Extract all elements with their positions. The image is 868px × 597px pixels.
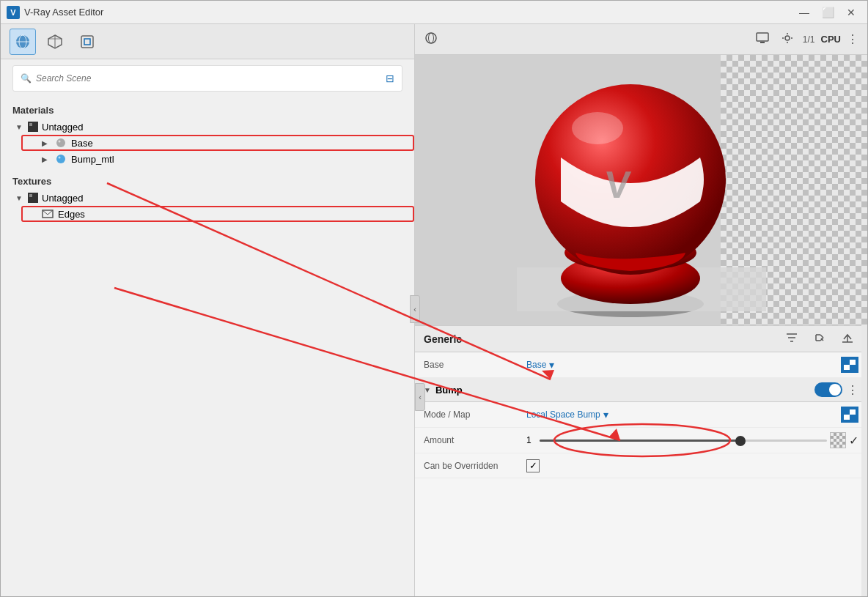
svg-point-10 (56, 138, 65, 147)
preview-more-button[interactable]: ⋮ (847, 32, 858, 46)
right-collapse-handle[interactable] (415, 383, 425, 411)
textures-untagged-arrow: ▼ (15, 194, 24, 202)
bump-mtl-item[interactable]: ▶ Bump_mtl (21, 151, 414, 167)
preview-sphere-icon (424, 31, 438, 45)
svg-point-32 (572, 112, 623, 144)
base-property-value[interactable]: Base (526, 360, 546, 370)
props-add-button[interactable] (809, 330, 831, 348)
left-panel: 🔍 ⊟ Materials ▼ (1, 24, 415, 596)
props-export-button[interactable] (836, 330, 858, 348)
main-window: V V-Ray Asset Editor — ⬜ ✕ (0, 0, 868, 597)
untagged-group-icon (27, 121, 39, 133)
preview-header: 1/1 CPU ⋮ (415, 24, 867, 55)
preview-fraction: 1/1 (803, 34, 815, 45)
amount-row: Amount 1 ✓ (415, 428, 867, 453)
materials-untagged-header[interactable]: ▼ Untagged (12, 119, 414, 135)
override-label: Can be Overridden (424, 461, 526, 471)
texture-checker-icon (844, 360, 856, 370)
untagged-collapse-arrow: ▼ (15, 123, 24, 131)
svg-rect-47 (844, 365, 850, 370)
close-button[interactable]: ✕ (841, 5, 861, 20)
right-collapse-icon (419, 393, 422, 401)
base-material-item[interactable]: ▶ Base (21, 135, 414, 151)
edges-texture-label: Edges (58, 209, 85, 220)
bump-more-button[interactable]: ⋮ (847, 383, 858, 397)
bump-section-name: Bump (435, 385, 814, 396)
mode-map-value[interactable]: Local Space Bump (526, 409, 600, 420)
amount-slider-thumb[interactable] (735, 436, 746, 446)
svg-rect-20 (760, 42, 765, 43)
materials-section-label: Materials (1, 102, 414, 119)
left-collapse-handle[interactable] (410, 295, 420, 323)
mode-map-texture-button[interactable] (841, 407, 858, 423)
bump-mtl-arrow: ▶ (42, 155, 51, 163)
materials-toolbar-button[interactable] (10, 29, 36, 55)
svg-point-11 (59, 141, 61, 143)
app-icon: V (7, 6, 20, 19)
base-item-arrow: ▶ (42, 139, 51, 147)
minimize-button[interactable]: — (794, 5, 814, 20)
mode-map-texture-icon (844, 409, 856, 420)
props-add-icon (813, 332, 826, 344)
materials-untagged-label: Untagged (42, 122, 83, 133)
amount-swatch[interactable] (830, 432, 846, 448)
bump-mtl-icon (55, 153, 67, 165)
window-controls: — ⬜ ✕ (794, 5, 861, 20)
svg-rect-9 (29, 123, 32, 126)
maximize-button[interactable]: ⬜ (817, 5, 838, 20)
svg-point-13 (59, 157, 61, 159)
svg-point-21 (785, 36, 790, 40)
svg-point-18 (429, 33, 434, 43)
bump-toggle[interactable] (814, 382, 842, 397)
preview-area: V (415, 55, 867, 325)
base-property-label: Base (424, 360, 526, 370)
search-input[interactable] (36, 73, 381, 84)
geometry-toolbar-button[interactable] (42, 29, 68, 55)
svg-rect-15 (29, 194, 32, 197)
preview-settings-icon (781, 31, 794, 45)
base-texture-button[interactable] (841, 357, 858, 373)
preview-render: V (502, 62, 781, 319)
edges-texture-icon (42, 208, 54, 220)
preview-rotate-icon (424, 31, 438, 48)
amount-slider-track[interactable] (540, 440, 827, 442)
materials-sphere-icon (14, 33, 32, 51)
right-panel: 1/1 CPU ⋮ (415, 24, 867, 596)
base-material-label: Base (71, 138, 93, 149)
svg-rect-49 (850, 415, 856, 420)
filter-button[interactable]: ⊟ (386, 73, 394, 84)
lights-toolbar-button[interactable] (74, 29, 100, 55)
mode-map-label: Mode / Map (424, 409, 526, 420)
svg-rect-50 (850, 409, 856, 415)
amount-check[interactable]: ✓ (849, 434, 858, 448)
preview-monitor-button[interactable] (753, 30, 772, 48)
bump-section-header: ▼ Bump ⋮ (415, 378, 867, 402)
window-title: V-Ray Asset Editor (24, 7, 794, 18)
svg-point-12 (56, 155, 65, 163)
override-checkbox[interactable]: ✓ (526, 459, 540, 472)
cpu-label: CPU (821, 34, 841, 45)
preview-settings-button[interactable] (778, 30, 797, 48)
lights-icon (78, 33, 96, 51)
props-filters-button[interactable] (781, 330, 803, 348)
amount-slider-fill (540, 440, 740, 442)
props-title: Generic (424, 333, 775, 345)
amount-slider: 1 (526, 435, 827, 445)
svg-rect-51 (844, 415, 850, 420)
amount-label: Amount (424, 435, 526, 445)
base-property-row: Base Base ▾ (415, 352, 867, 378)
base-material-icon (55, 137, 67, 149)
edges-texture-item[interactable]: Edges (21, 206, 414, 222)
textures-untagged-header[interactable]: ▼ Untagged (12, 190, 414, 206)
tree-panel: Materials ▼ Untagged ▶ (1, 97, 414, 596)
svg-point-17 (426, 33, 436, 43)
mode-map-dropdown-button[interactable]: ▾ (603, 409, 608, 420)
preview-controls: 1/1 CPU ⋮ (753, 30, 858, 48)
svg-rect-19 (757, 33, 768, 41)
svg-rect-46 (850, 360, 856, 365)
bump-toggle-knob (829, 384, 841, 396)
base-dropdown-button[interactable]: ▾ (549, 359, 554, 371)
props-filters-icon (785, 332, 798, 344)
geometry-cube-icon (46, 33, 64, 51)
left-collapse-icon (413, 305, 416, 314)
